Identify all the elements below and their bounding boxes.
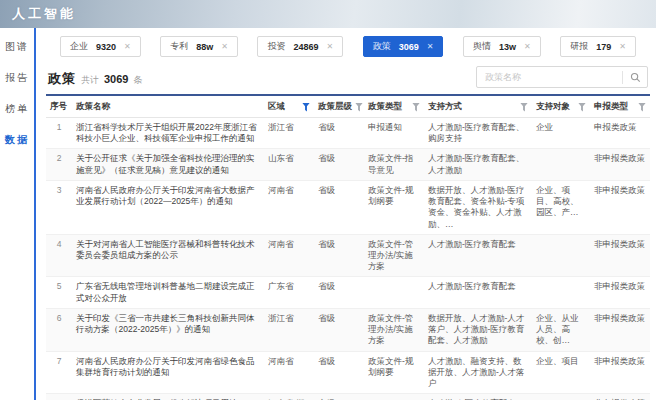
- chip-remove-icon[interactable]: ✕: [619, 43, 626, 51]
- cell-type: 政策文件-规划纲要: [364, 181, 424, 234]
- cell-apply: 非申报类政策: [590, 235, 650, 277]
- top-banner: 人工智能: [0, 0, 656, 28]
- table-row[interactable]: 2关于公开征求《关于加强全省科技伦理治理的实施意见》（征求意见稿）意见建议的通知…: [46, 149, 650, 180]
- table-row[interactable]: 7河南省人民政府办公厅关于印发河南省绿色食品集群培育行动计划的通知河南省省级政策…: [46, 352, 650, 395]
- table-row[interactable]: 5广东省无线电管理培训科普基地二期建设完成正式对公众开放广东省省级人才激励-医疗…: [46, 277, 650, 308]
- cell-apply: 非申报类政策: [590, 352, 650, 394]
- cell-name[interactable]: 关于对河南省人工智能医疗器械和科普转化技术委员会委员组成方案的公示: [72, 235, 264, 277]
- cell-no: 7: [46, 352, 72, 394]
- cell-type: 申报通知: [364, 118, 424, 148]
- sidebar-item-report[interactable]: 报告: [5, 71, 29, 85]
- table-row[interactable]: 8促进医药健康产业发展，优先解决项目用地。河南省-郑州市市级人才激励-医疗教育配…: [46, 394, 650, 400]
- chip-count: 179: [596, 42, 611, 52]
- chip-remove-icon[interactable]: ✕: [427, 43, 434, 51]
- filter-chip-research[interactable]: 研报179✕: [560, 36, 636, 57]
- cell-support: 数据开放、人才激励-医疗教育配套、资金补贴-专项资金、资金补贴、人才激励、…: [424, 181, 532, 234]
- filter-funnel-icon[interactable]: [520, 103, 528, 112]
- chip-label: 企业: [70, 40, 88, 53]
- table-header-row: 序号政策名称区域政策层级政策类型支持方式支持对象申报类型: [46, 96, 650, 118]
- column-label: 支持方式: [428, 101, 462, 113]
- cell-name[interactable]: 广东省无线电管理培训科普基地二期建设完成正式对公众开放: [72, 277, 264, 307]
- cell-target: 企业: [532, 118, 590, 148]
- search-input[interactable]: [477, 72, 622, 82]
- search-icon: [630, 72, 641, 83]
- column-header-name: 政策名称: [72, 96, 264, 117]
- filter-chip-patent[interactable]: 专利88w✕: [160, 36, 238, 57]
- chip-label: 研报: [570, 40, 588, 53]
- filter-chip-policy[interactable]: 政策3069✕: [363, 36, 444, 57]
- cell-region: 广东省: [264, 277, 314, 307]
- cell-name[interactable]: 关于公开征求《关于加强全省科技伦理治理的实施意见》（征求意见稿）意见建议的通知: [72, 149, 264, 179]
- cell-type: 政策文件-指导意见: [364, 149, 424, 179]
- cell-region: 河南省: [264, 181, 314, 234]
- cell-region: 河南省-郑州市: [264, 394, 314, 400]
- sidebar-item-graph[interactable]: 图谱: [5, 40, 29, 54]
- filter-chip-opinion[interactable]: 舆情13w✕: [463, 36, 541, 57]
- cell-no: 5: [46, 277, 72, 307]
- cell-no: 2: [46, 149, 72, 179]
- chip-count: 3069: [399, 42, 419, 52]
- column-label: 政策层级: [318, 101, 352, 113]
- cell-support: 人才激励-医疗教育配套、人才激励: [424, 149, 532, 179]
- filter-chip-investment[interactable]: 投资24869✕: [257, 36, 343, 57]
- cell-target: [532, 149, 590, 179]
- cell-target: 企业、从业人员、高校、创…: [532, 309, 590, 351]
- sidebar-item-rank[interactable]: 榜单: [5, 102, 29, 116]
- chip-label: 专利: [170, 40, 188, 53]
- chip-remove-icon[interactable]: ✕: [221, 43, 228, 51]
- cell-name[interactable]: 浙江省科学技术厅关于组织开展2022年度浙江省科技小巨人企业、科技领军企业申报工…: [72, 118, 264, 148]
- sidebar-item-data[interactable]: 数据: [5, 133, 29, 147]
- filter-funnel-icon[interactable]: [302, 103, 310, 112]
- cell-level: 省级: [314, 235, 364, 277]
- chip-remove-icon[interactable]: ✕: [124, 43, 131, 51]
- cell-apply: 非申报类政策: [590, 309, 650, 351]
- filter-funnel-icon[interactable]: [578, 103, 586, 112]
- column-header-type: 政策类型: [364, 96, 424, 117]
- table-row[interactable]: 3河南省人民政府办公厅关于印发河南省大数据产业发展行动计划（2022—2025年…: [46, 181, 650, 235]
- cell-target: [532, 277, 590, 307]
- column-label: 申报类型: [594, 101, 628, 113]
- cell-name[interactable]: 关于印发《三省一市共建长三角科技创新共同体行动方案（2022-2025年）》的通…: [72, 309, 264, 351]
- column-header-no: 序号: [46, 96, 72, 117]
- cell-name[interactable]: 河南省人民政府办公厅关于印发河南省绿色食品集群培育行动计划的通知: [72, 352, 264, 394]
- column-header-region: 区域: [264, 96, 314, 117]
- filter-funnel-icon[interactable]: [412, 103, 420, 112]
- total-prefix: 共计: [81, 74, 99, 87]
- filter-chip-bar: 企业9320✕专利88w✕投资24869✕政策3069✕舆情13w✕研报179✕: [46, 35, 650, 66]
- content-area: 图谱报告榜单数据 企业9320✕专利88w✕投资24869✕政策3069✕舆情1…: [0, 28, 656, 400]
- chip-remove-icon[interactable]: ✕: [524, 43, 531, 51]
- chip-remove-icon[interactable]: ✕: [327, 43, 334, 51]
- cell-type: 政策文件-管理办法/实施方案: [364, 309, 424, 351]
- table-row[interactable]: 4关于对河南省人工智能医疗器械和科普转化技术委员会委员组成方案的公示河南省省级政…: [46, 235, 650, 278]
- filter-chip-enterprise[interactable]: 企业9320✕: [60, 36, 141, 57]
- column-label: 支持对象: [536, 101, 570, 113]
- page-title: 政策: [48, 70, 76, 88]
- column-label: 政策类型: [368, 101, 402, 113]
- cell-region: 浙江省: [264, 118, 314, 148]
- table-row[interactable]: 1浙江省科学技术厅关于组织开展2022年度浙江省科技小巨人企业、科技领军企业申报…: [46, 118, 650, 149]
- section-header: 政策 共计 3069 条: [46, 66, 650, 94]
- app-title: 人工智能: [12, 5, 76, 23]
- cell-support: 人才激励、融资支持、数据开放、人才激励-人才落户: [424, 352, 532, 394]
- cell-no: 6: [46, 309, 72, 351]
- cell-region: 河南省: [264, 352, 314, 394]
- cell-target: 企业、项目、高校、园区、产…: [532, 181, 590, 234]
- table-row[interactable]: 6关于印发《三省一市共建长三角科技创新共同体行动方案（2022-2025年）》的…: [46, 309, 650, 352]
- cell-name[interactable]: 河南省人民政府办公厅关于印发河南省大数据产业发展行动计划（2022—2025年）…: [72, 181, 264, 234]
- cell-support: 数据开放、人才激励-人才落户、人才激励-医疗教育配套、人才激励: [424, 309, 532, 351]
- section-title-wrap: 政策 共计 3069 条: [48, 70, 142, 88]
- cell-level: 省级: [314, 118, 364, 148]
- cell-type: 政策文件-管理办法/实施方案: [364, 235, 424, 277]
- cell-type: 政策文件-规划纲要: [364, 352, 424, 394]
- column-header-level: 政策层级: [314, 96, 364, 117]
- total-suffix: 条: [133, 74, 142, 87]
- cell-no: 3: [46, 181, 72, 234]
- search-button[interactable]: [623, 67, 647, 87]
- chip-label: 政策: [373, 40, 391, 53]
- total-count: 3069: [104, 73, 128, 85]
- filter-funnel-icon[interactable]: [355, 103, 363, 112]
- filter-funnel-icon[interactable]: [638, 103, 646, 112]
- cell-region: 浙江省: [264, 309, 314, 351]
- cell-name[interactable]: 促进医药健康产业发展，优先解决项目用地。: [72, 394, 264, 400]
- cell-apply: 非申报类政策: [590, 181, 650, 234]
